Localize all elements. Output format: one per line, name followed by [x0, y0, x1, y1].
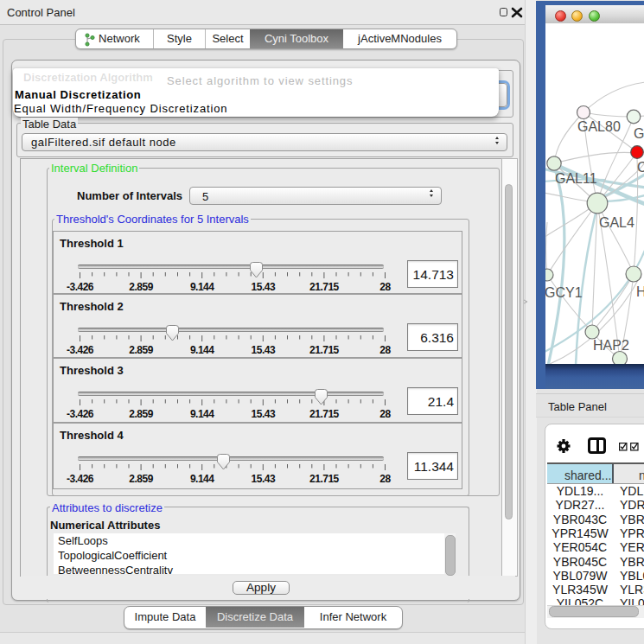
svg-text:C: C [637, 160, 644, 175]
svg-text:GCY1: GCY1 [545, 285, 583, 300]
svg-text:GAL4: GAL4 [599, 215, 634, 230]
svg-text:H: H [636, 284, 644, 299]
svg-text:GA: GA [634, 126, 644, 141]
svg-text:HAP2: HAP2 [593, 338, 629, 353]
svg-text:GAL80: GAL80 [577, 119, 621, 134]
svg-text:GAL11: GAL11 [555, 171, 597, 186]
